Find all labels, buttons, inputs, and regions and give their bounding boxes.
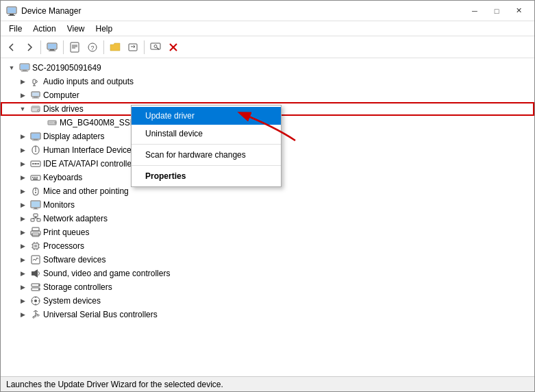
ctx-uninstall-device[interactable]: Uninstall device — [132, 125, 281, 143]
driver-update-icon — [127, 42, 138, 53]
computer-view-button[interactable] — [44, 39, 60, 56]
svg-point-86 — [38, 284, 40, 286]
svg-point-47 — [32, 163, 34, 164]
network-icon — [30, 213, 41, 224]
tree-usb[interactable]: ▶ Universal Serial Bus controllers — [1, 308, 534, 321]
keyboard-icon — [30, 172, 41, 183]
main-content: ▼ SC-201905091649 ▶ — [1, 58, 534, 376]
mice-expand[interactable]: ▶ — [17, 186, 28, 197]
forward-button[interactable] — [21, 39, 38, 56]
tree-audio[interactable]: ▶ Audio inputs and outputs — [1, 75, 534, 88]
ctx-separator-2 — [132, 165, 281, 166]
processors-label: Processors — [43, 241, 534, 251]
ctx-scan-hardware[interactable]: Scan for hardware changes — [132, 146, 281, 164]
processor-expand[interactable]: ▶ — [17, 241, 28, 252]
app-icon — [6, 5, 17, 16]
menu-help[interactable]: Help — [90, 23, 119, 35]
network-expand[interactable]: ▶ — [17, 213, 28, 224]
monitor-expand[interactable]: ▶ — [17, 199, 28, 210]
close-button[interactable]: ✕ — [508, 4, 529, 18]
svg-rect-33 — [32, 106, 40, 108]
root-expand[interactable]: ▼ — [6, 62, 17, 73]
tree-storage[interactable]: ▶ Storage controllers — [1, 280, 534, 294]
ide-expand[interactable]: ▶ — [17, 158, 28, 169]
system-icon — [30, 295, 41, 306]
tree-software[interactable]: ▶ Software devices — [1, 253, 534, 267]
device-manager-window: Device Manager ─ □ ✕ File Action View He… — [0, 0, 535, 392]
svg-rect-23 — [23, 70, 27, 71]
svg-point-98 — [33, 317, 34, 318]
tree-processors[interactable]: ▶ Processors — [1, 239, 534, 253]
svg-rect-16 — [151, 43, 160, 49]
usb-icon — [30, 309, 41, 320]
svg-rect-5 — [48, 44, 56, 49]
tree-print[interactable]: ▶ Print queues — [1, 225, 534, 239]
root-label: SC-201905091649 — [32, 63, 534, 73]
svg-rect-6 — [50, 49, 54, 51]
uninstall-button[interactable] — [165, 39, 182, 56]
display-expand[interactable]: ▶ — [17, 131, 28, 142]
mouse-icon — [30, 186, 41, 197]
help-icon: ? — [87, 42, 98, 53]
svg-point-49 — [38, 163, 39, 164]
print-label: Print queues — [43, 228, 534, 237]
disk-expand[interactable]: ▼ — [17, 103, 28, 114]
menu-file[interactable]: File — [3, 23, 27, 35]
storage-expand[interactable]: ▶ — [17, 282, 28, 293]
usb-expand[interactable]: ▶ — [17, 309, 28, 320]
network-scan-button[interactable] — [147, 39, 164, 56]
ctx-separator-1 — [132, 144, 281, 145]
sound-expand[interactable]: ▶ — [17, 268, 28, 279]
svg-rect-52 — [34, 177, 36, 178]
software-expand[interactable]: ▶ — [17, 254, 28, 265]
toolbar-separator-3 — [103, 40, 104, 54]
hid-expand[interactable]: ▶ — [17, 145, 28, 156]
back-icon — [7, 42, 16, 52]
folder-button[interactable] — [107, 39, 123, 56]
print-expand[interactable]: ▶ — [17, 227, 28, 238]
audio-icon — [30, 76, 41, 87]
tree-monitors[interactable]: ▶ Monitors — [1, 198, 534, 212]
keyboard-label: Keyboards — [43, 173, 534, 182]
print-icon — [30, 227, 41, 238]
network-label: Network adapters — [43, 214, 534, 223]
ctx-update-driver[interactable]: Update driver — [132, 107, 281, 125]
driver-update-button[interactable] — [125, 39, 141, 56]
tree-computer[interactable]: ▶ Computer — [1, 88, 534, 102]
tree-network[interactable]: ▶ Network adapters — [1, 212, 534, 225]
ide-icon — [30, 158, 41, 169]
svg-rect-3 — [8, 8, 16, 13]
audio-expand[interactable]: ▶ — [17, 76, 28, 87]
keyboard-expand[interactable]: ▶ — [17, 172, 28, 183]
device-tree[interactable]: ▼ SC-201905091649 ▶ — [1, 58, 534, 376]
menu-view[interactable]: View — [62, 23, 90, 35]
menu-bar: File Action View Help — [1, 21, 534, 36]
tree-sound[interactable]: ▶ Sound, video and game controllers — [1, 267, 534, 280]
mice-label: Mice and other pointing — [43, 186, 534, 196]
audio-label: Audio inputs and outputs — [43, 77, 534, 86]
software-label: Software devices — [43, 255, 534, 265]
menu-action[interactable]: Action — [27, 23, 61, 35]
help-button[interactable]: ? — [84, 39, 101, 56]
svg-rect-82 — [32, 271, 34, 275]
sound-icon — [30, 268, 41, 279]
monitors-label: Monitors — [43, 200, 534, 210]
system-expand[interactable]: ▶ — [17, 295, 28, 306]
ctx-properties[interactable]: Properties — [132, 167, 281, 185]
properties-button[interactable] — [66, 39, 83, 56]
tree-root[interactable]: ▼ SC-201905091649 — [1, 61, 534, 75]
svg-marker-83 — [34, 269, 38, 278]
svg-rect-25 — [33, 79, 36, 84]
window-title: Device Manager — [21, 6, 464, 16]
svg-rect-53 — [36, 177, 38, 178]
svg-point-89 — [34, 299, 37, 302]
status-bar: Launches the Update Driver Wizard for th… — [1, 376, 534, 391]
maximize-button[interactable]: □ — [486, 4, 507, 18]
display-label: Display adapters — [43, 132, 534, 141]
tree-system[interactable]: ▶ System devices — [1, 294, 534, 308]
toolbar-separator-1 — [40, 40, 41, 54]
minimize-button[interactable]: ─ — [464, 4, 485, 18]
usb-label: Universal Serial Bus controllers — [43, 310, 534, 319]
computer-expand[interactable]: ▶ — [17, 90, 28, 101]
back-button[interactable] — [3, 39, 20, 56]
